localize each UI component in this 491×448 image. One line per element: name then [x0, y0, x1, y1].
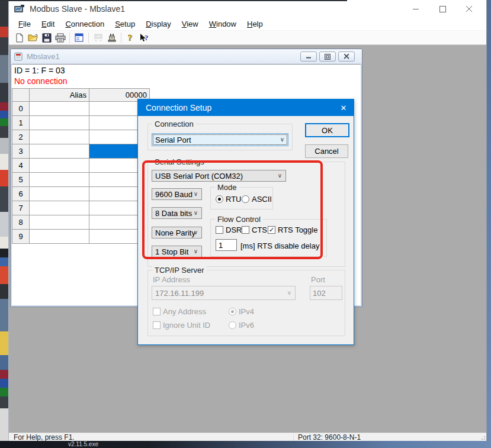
- menu-item-window[interactable]: Window: [204, 18, 242, 30]
- child-restore-button[interactable]: [319, 51, 336, 62]
- rts-delay-input[interactable]: 1: [216, 239, 237, 251]
- toolbar: ??: [9, 31, 486, 45]
- ip-address-label: IP Address: [153, 275, 190, 284]
- tcpip-checkbox-ignore-unit-id: Ignore Unit ID: [153, 321, 210, 330]
- flow-checkbox-cts[interactable]: CTS: [242, 225, 267, 234]
- child-minimize-button[interactable]: [300, 51, 317, 62]
- menu-item-help[interactable]: Help: [242, 18, 268, 30]
- svg-text:?: ?: [145, 33, 149, 42]
- display-setup-icon[interactable]: [72, 31, 86, 44]
- child-title-bar[interactable]: Mbslave1: [11, 49, 362, 64]
- parity-combobox[interactable]: None Parity ∨: [152, 227, 202, 238]
- save-icon[interactable]: [40, 31, 53, 44]
- checkbox-icon: ✓: [268, 226, 275, 234]
- row-header-cell[interactable]: 6: [12, 187, 30, 201]
- serial-settings-group: Serial Settings USB Serial Port (COM32) …: [147, 162, 345, 267]
- baud-rate-combobox[interactable]: 9600 Baud ∨: [152, 188, 202, 200]
- background-exe-text: v2.11.5.exe: [68, 441, 98, 447]
- child-close-button[interactable]: [338, 51, 355, 62]
- alias-cell[interactable]: [30, 102, 89, 116]
- alias-cell[interactable]: [30, 159, 89, 173]
- column-header-Alias[interactable]: Alias: [30, 89, 89, 102]
- table-row: 7: [12, 201, 150, 215]
- tcpip-radio-ipv6: IPv6: [229, 321, 254, 330]
- row-header-cell[interactable]: 4: [12, 159, 30, 173]
- menu-item-view[interactable]: View: [176, 18, 204, 30]
- flow-checkbox-rts-toggle[interactable]: ✓RTS Toggle: [268, 225, 317, 234]
- menu-item-connection[interactable]: Connection: [60, 18, 110, 30]
- row-header-cell[interactable]: 1: [12, 116, 30, 130]
- serial-settings-group-label: Serial Settings: [152, 157, 207, 166]
- radio-icon: [216, 195, 223, 203]
- mode-group: Mode RTUASCII: [210, 187, 273, 210]
- ip-address-combobox: 172.16.11.199 ∨: [152, 286, 296, 300]
- chevron-down-icon: ∨: [287, 289, 291, 296]
- row-header-cell[interactable]: 7: [12, 201, 30, 215]
- tcpip-checkbox-any-address: Any Address: [153, 307, 206, 316]
- checkbox-icon: [153, 308, 161, 315]
- menu-item-file[interactable]: File: [13, 18, 36, 30]
- alias-cell[interactable]: [30, 230, 89, 244]
- status-pane-divider: [293, 434, 294, 441]
- resize-grip[interactable]: [479, 434, 485, 440]
- connection-type-value: Serial Port: [155, 136, 191, 144]
- document-icon: [14, 53, 23, 61]
- tcpip-server-group: TCP/IP Server IP Address 172.16.11.199 ∨…: [147, 270, 345, 336]
- flow-control-group-label: Flow Control: [215, 215, 263, 224]
- connection-type-combobox[interactable]: Serial Port ∨: [152, 133, 288, 146]
- data-bits-combobox[interactable]: 8 Data bits ∨: [152, 207, 202, 219]
- row-header-cell[interactable]: 2: [12, 130, 30, 144]
- alias-cell[interactable]: [30, 116, 89, 130]
- alias-cell[interactable]: [30, 187, 89, 201]
- serial-port-combobox[interactable]: USB Serial Port (COM32) ∨: [152, 170, 286, 182]
- register-table: Alias000000123456789: [12, 88, 150, 244]
- alias-cell[interactable]: [30, 144, 89, 159]
- row-header-cell[interactable]: 3: [12, 144, 30, 159]
- alias-cell[interactable]: [30, 201, 89, 215]
- table-row: 1: [12, 116, 150, 130]
- dialog-title-bar[interactable]: Connection Setup ✕: [138, 99, 354, 116]
- row-header-cell[interactable]: 8: [12, 215, 30, 230]
- alias-cell[interactable]: [30, 130, 89, 144]
- device-icon[interactable]: [105, 31, 118, 44]
- close-button[interactable]: [456, 0, 483, 18]
- menu-item-edit[interactable]: Edit: [36, 18, 60, 30]
- radio-icon: [229, 308, 236, 315]
- connection-status-label: No connection: [14, 76, 68, 86]
- row-header-cell[interactable]: 5: [12, 173, 30, 187]
- print-icon[interactable]: [53, 31, 67, 44]
- menu-bar: FileEditConnectionSetupDisplayViewWindow…: [9, 18, 486, 31]
- rts-delay-label: [ms] RTS disable delay: [240, 241, 319, 250]
- flow-checkbox-dsr[interactable]: DSR: [216, 225, 242, 234]
- connection-group: Connection Serial Port ∨: [147, 124, 293, 150]
- connection-setup-dialog: Connection Setup ✕ Connection Serial Por…: [137, 99, 354, 345]
- stop-bits-combobox[interactable]: 1 Stop Bit ∨: [152, 246, 202, 257]
- table-row: 4: [12, 159, 150, 173]
- table-row: 5: [12, 173, 150, 187]
- checkbox-icon: [153, 321, 161, 329]
- corner-header-cell[interactable]: [12, 89, 30, 102]
- new-document-icon[interactable]: [12, 31, 26, 44]
- table-row: 8: [12, 215, 150, 230]
- background-bottom-strip: v2.11.5.exe: [0, 441, 491, 448]
- open-folder-icon[interactable]: [26, 31, 40, 44]
- context-help-icon[interactable]: ?: [137, 31, 151, 44]
- mdi-workspace: Mbslave1 ID = 1: F = 03: [9, 45, 486, 433]
- help-icon[interactable]: ?: [124, 31, 137, 44]
- dialog-title: Connection Setup: [146, 103, 211, 112]
- alias-cell[interactable]: [30, 215, 89, 230]
- port-input: 102: [310, 286, 342, 300]
- alias-cell[interactable]: [30, 173, 89, 187]
- mode-radio-ascii[interactable]: ASCII: [242, 195, 272, 204]
- minimize-button[interactable]: [403, 0, 429, 18]
- table-row: 2: [12, 130, 150, 144]
- menu-item-display[interactable]: Display: [140, 18, 176, 30]
- dialog-close-icon[interactable]: ✕: [333, 99, 354, 116]
- row-header-cell[interactable]: 0: [12, 102, 30, 116]
- mode-radio-rtu[interactable]: RTU: [216, 195, 241, 204]
- row-header-cell[interactable]: 9: [12, 230, 30, 244]
- menu-item-setup[interactable]: Setup: [110, 18, 140, 30]
- cancel-button[interactable]: Cancel: [305, 144, 348, 158]
- maximize-button[interactable]: [429, 0, 456, 18]
- ok-button[interactable]: OK: [305, 123, 349, 137]
